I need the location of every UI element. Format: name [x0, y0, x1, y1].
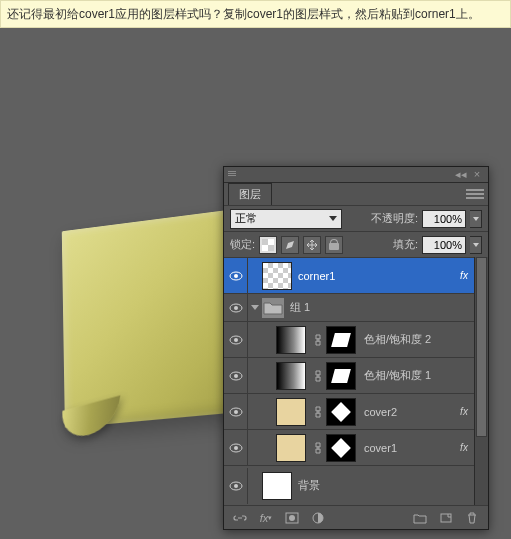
- svg-rect-2: [268, 239, 274, 245]
- lock-position-button[interactable]: [303, 236, 321, 254]
- fx-badge[interactable]: fx: [454, 406, 474, 417]
- visibility-toggle[interactable]: [224, 322, 248, 358]
- svg-point-19: [289, 515, 295, 521]
- lock-label: 锁定:: [230, 237, 255, 252]
- layer-name[interactable]: 色相/饱和度 1: [362, 368, 488, 383]
- layer-row-hue-sat-2[interactable]: 色相/饱和度 2: [224, 321, 488, 357]
- delete-layer-button[interactable]: [460, 508, 484, 528]
- panel-menu-icon[interactable]: [466, 187, 484, 201]
- layer-thumbnail[interactable]: [276, 434, 306, 462]
- layer-name[interactable]: 组 1: [288, 300, 488, 315]
- panel-titlebar[interactable]: ◂◂ ×: [224, 167, 488, 183]
- svg-rect-0: [262, 239, 268, 245]
- svg-rect-21: [441, 514, 451, 522]
- new-layer-button[interactable]: [434, 508, 458, 528]
- layer-row-cover1[interactable]: cover1 fx: [224, 429, 488, 465]
- fill-input[interactable]: 100%: [422, 236, 466, 254]
- blend-mode-value: 正常: [235, 211, 257, 226]
- layer-thumbnail[interactable]: [276, 398, 306, 426]
- adjustment-thumbnail[interactable]: [276, 326, 306, 354]
- layer-mask-thumbnail[interactable]: [326, 398, 356, 426]
- svg-point-5: [234, 274, 238, 278]
- layer-thumbnail[interactable]: [262, 262, 292, 290]
- opacity-input[interactable]: 100%: [422, 210, 466, 228]
- visibility-toggle[interactable]: [224, 430, 248, 466]
- svg-point-11: [234, 374, 238, 378]
- scrollbar-thumb[interactable]: [476, 257, 487, 437]
- fill-label: 填充:: [393, 237, 418, 252]
- layers-list: corner1 fx 组 1 色相/饱和度 2 色相/饱和度 1: [224, 257, 488, 505]
- opacity-flyout-button[interactable]: [470, 210, 482, 228]
- add-mask-button[interactable]: [280, 508, 304, 528]
- add-adjustment-button[interactable]: [306, 508, 330, 528]
- visibility-toggle[interactable]: [224, 468, 248, 504]
- layer-row-hue-sat-1[interactable]: 色相/饱和度 1: [224, 357, 488, 393]
- mask-link-icon[interactable]: [310, 326, 326, 354]
- layer-row-group1[interactable]: 组 1: [224, 293, 488, 321]
- layer-name[interactable]: cover1: [362, 442, 454, 454]
- visibility-toggle[interactable]: [224, 258, 248, 294]
- svg-point-15: [234, 446, 238, 450]
- layer-row-cover2[interactable]: cover2 fx: [224, 393, 488, 429]
- layers-scrollbar[interactable]: [474, 257, 488, 505]
- layer-name[interactable]: 背景: [296, 478, 488, 493]
- panel-close-button[interactable]: ×: [470, 167, 484, 181]
- svg-point-9: [234, 338, 238, 342]
- panel-collapse-button[interactable]: ◂◂: [454, 167, 468, 181]
- mask-link-icon[interactable]: [310, 362, 326, 390]
- svg-point-17: [234, 484, 238, 488]
- layer-name[interactable]: corner1: [296, 270, 454, 282]
- visibility-toggle[interactable]: [224, 358, 248, 394]
- add-layer-style-button[interactable]: fx▾: [254, 508, 278, 528]
- layer-thumbnail[interactable]: [262, 472, 292, 500]
- mask-link-icon[interactable]: [310, 434, 326, 462]
- link-layers-button[interactable]: [228, 508, 252, 528]
- lock-pixels-button[interactable]: [281, 236, 299, 254]
- layer-mask-thumbnail[interactable]: [326, 362, 356, 390]
- new-group-button[interactable]: [408, 508, 432, 528]
- folder-icon: [262, 298, 284, 318]
- layer-row-corner1[interactable]: corner1 fx: [224, 257, 488, 293]
- fx-badge[interactable]: fx: [454, 442, 474, 453]
- layer-name[interactable]: cover2: [362, 406, 454, 418]
- adjustment-thumbnail[interactable]: [276, 362, 306, 390]
- visibility-toggle[interactable]: [224, 394, 248, 430]
- mask-link-icon[interactable]: [310, 398, 326, 426]
- instruction-banner: 还记得最初给cover1应用的图层样式吗？复制cover1的图层样式，然后粘贴到…: [0, 0, 511, 28]
- svg-rect-1: [268, 245, 274, 251]
- chevron-down-icon: [329, 216, 337, 221]
- tab-layers[interactable]: 图层: [228, 183, 272, 205]
- lock-all-button[interactable]: [325, 236, 343, 254]
- layers-panel: ◂◂ × 图层 正常 不透明度: 100% 锁定: 填充: 100%: [223, 166, 489, 530]
- fill-flyout-button[interactable]: [470, 236, 482, 254]
- svg-point-13: [234, 410, 238, 414]
- layer-name[interactable]: 色相/饱和度 2: [362, 332, 488, 347]
- lock-transparency-button[interactable]: [259, 236, 277, 254]
- svg-point-7: [234, 306, 238, 310]
- layer-mask-thumbnail[interactable]: [326, 326, 356, 354]
- blend-mode-select[interactable]: 正常: [230, 209, 342, 229]
- svg-rect-3: [262, 245, 268, 251]
- panel-grip-icon[interactable]: [228, 171, 236, 176]
- layer-mask-thumbnail[interactable]: [326, 434, 356, 462]
- panel-footer: fx▾: [224, 505, 488, 529]
- layer-row-background[interactable]: 背景: [224, 465, 488, 505]
- opacity-label: 不透明度:: [371, 211, 418, 226]
- fx-badge[interactable]: fx: [454, 270, 474, 281]
